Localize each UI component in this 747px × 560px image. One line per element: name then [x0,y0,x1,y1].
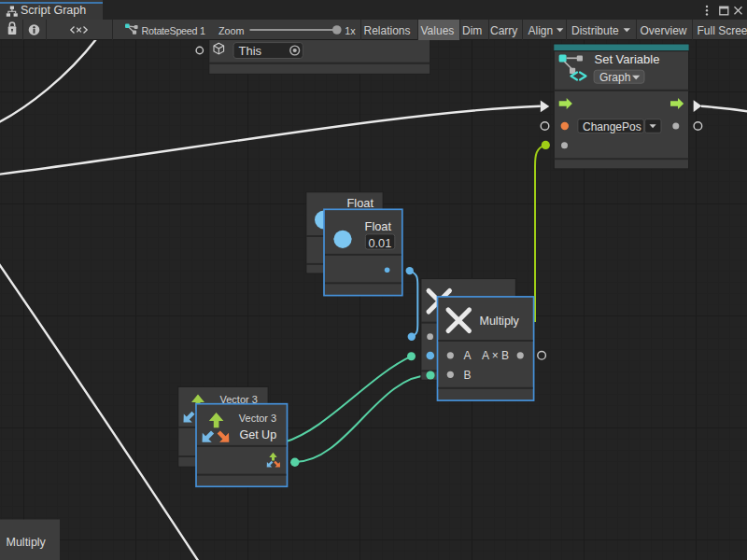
svg-text:Float: Float [347,196,374,210]
svg-text:A × B: A × B [482,349,509,362]
svg-text:Float: Float [365,219,392,233]
svg-text:Set Variable: Set Variable [595,52,660,66]
svg-text:A: A [464,349,472,362]
svg-text:This: This [239,44,262,58]
svg-text:Graph: Graph [599,71,630,84]
svg-text:Vector 3: Vector 3 [239,413,276,424]
svg-text:0.01: 0.01 [368,236,391,250]
svg-text:Get Up: Get Up [240,428,277,441]
svg-text:Multiply: Multiply [7,536,47,549]
svg-text:Multiply: Multiply [480,315,520,328]
svg-text:B: B [464,369,472,382]
svg-text:ChangePos: ChangePos [583,120,641,133]
